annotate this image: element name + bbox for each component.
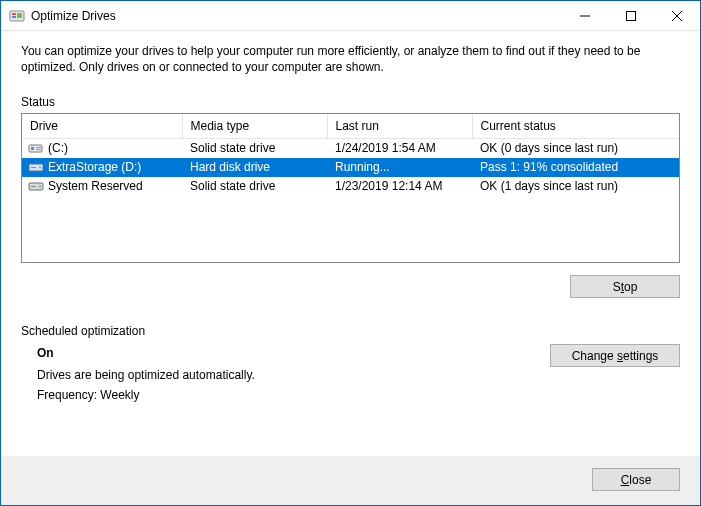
- svg-rect-14: [31, 167, 36, 168]
- svg-rect-5: [627, 11, 636, 20]
- last-run-cell: 1/23/2019 12:14 AM: [327, 177, 472, 196]
- table-row[interactable]: System ReservedSolid state drive1/23/201…: [22, 177, 679, 196]
- drive-cell: ExtraStorage (D:): [22, 158, 182, 177]
- stop-button[interactable]: Stop: [570, 275, 680, 298]
- last-run-cell: 1/24/2019 1:54 AM: [327, 138, 472, 158]
- schedule-desc: Drives are being optimized automatically…: [37, 368, 550, 382]
- table-action-row: Stop: [21, 275, 680, 298]
- hdd-icon: [28, 178, 44, 194]
- schedule-state: On: [37, 346, 550, 360]
- svg-point-13: [39, 167, 41, 169]
- last-run-cell: Running...: [327, 158, 472, 177]
- close-window-button[interactable]: [654, 1, 700, 31]
- svg-rect-9: [31, 147, 34, 150]
- app-icon: [9, 8, 25, 24]
- media-cell: Hard disk drive: [182, 158, 327, 177]
- schedule-frequency: Frequency: Weekly: [37, 388, 550, 402]
- titlebar: Optimize Drives: [1, 1, 700, 31]
- svg-rect-3: [17, 13, 22, 18]
- svg-rect-10: [36, 147, 41, 148]
- svg-rect-8: [29, 145, 42, 152]
- hdd-icon: [28, 159, 44, 175]
- drive-name: System Reserved: [48, 179, 143, 193]
- drive-cell: System Reserved: [22, 177, 182, 196]
- ssd-icon: [28, 140, 44, 156]
- table-header-row: Drive Media type Last run Current status: [22, 114, 679, 138]
- maximize-button[interactable]: [608, 1, 654, 31]
- footer: Close: [1, 456, 700, 505]
- media-cell: Solid state drive: [182, 177, 327, 196]
- svg-rect-2: [12, 16, 16, 18]
- col-media[interactable]: Media type: [182, 114, 327, 138]
- table-row[interactable]: ExtraStorage (D:)Hard disk driveRunning.…: [22, 158, 679, 177]
- scheduled-optimization-block: On Drives are being optimized automatica…: [21, 344, 680, 408]
- media-cell: Solid state drive: [182, 138, 327, 158]
- drive-cell: (C:): [22, 139, 182, 158]
- col-drive[interactable]: Drive: [22, 114, 182, 138]
- window-title: Optimize Drives: [31, 9, 116, 23]
- change-settings-button[interactable]: Change settings: [550, 344, 680, 367]
- svg-rect-11: [36, 149, 41, 150]
- status-cell: OK (0 days since last run): [472, 138, 679, 158]
- status-cell: OK (1 days since last run): [472, 177, 679, 196]
- col-last-run[interactable]: Last run: [327, 114, 472, 138]
- scheduled-optimization-label: Scheduled optimization: [21, 324, 680, 338]
- svg-point-16: [39, 186, 41, 188]
- table-row[interactable]: (C:)Solid state drive1/24/2019 1:54 AMOK…: [22, 138, 679, 158]
- drive-name: (C:): [48, 141, 68, 155]
- close-button[interactable]: Close: [592, 468, 680, 491]
- col-current-status[interactable]: Current status: [472, 114, 679, 138]
- status-label: Status: [21, 95, 680, 109]
- drives-table-container: Drive Media type Last run Current status…: [21, 113, 680, 263]
- drive-name: ExtraStorage (D:): [48, 160, 141, 174]
- status-cell: Pass 1: 91% consolidated: [472, 158, 679, 177]
- svg-rect-1: [12, 13, 16, 15]
- minimize-button[interactable]: [562, 1, 608, 31]
- drives-table[interactable]: Drive Media type Last run Current status…: [22, 114, 679, 196]
- content-area: You can optimize your drives to help you…: [1, 31, 700, 456]
- svg-rect-17: [31, 186, 36, 187]
- intro-text: You can optimize your drives to help you…: [21, 43, 680, 75]
